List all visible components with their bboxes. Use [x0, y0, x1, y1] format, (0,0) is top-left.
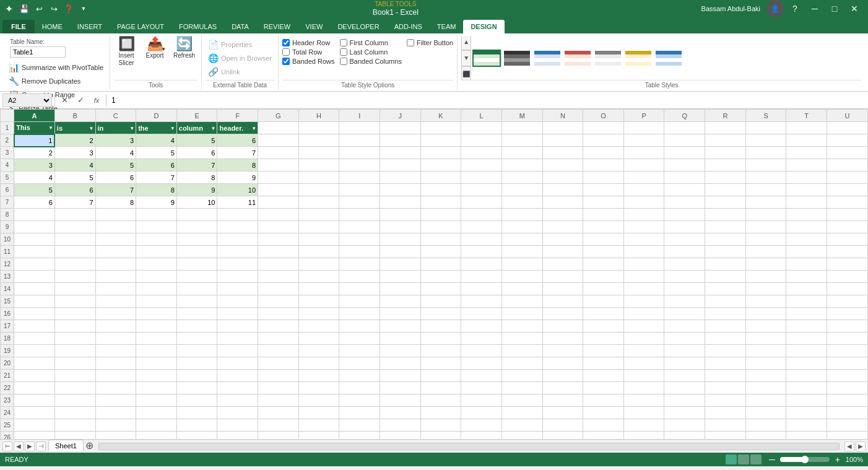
- cell-7-4[interactable]: 10: [176, 196, 217, 209]
- cell-24-19[interactable]: [786, 407, 827, 419]
- row-num-9[interactable]: 9: [1, 221, 14, 233]
- cell-17-19[interactable]: [786, 320, 827, 333]
- cell-16-12[interactable]: [501, 308, 542, 320]
- cell-22-6[interactable]: [258, 382, 299, 394]
- cell-6-6[interactable]: [258, 184, 299, 196]
- cell-10-8[interactable]: [339, 233, 380, 246]
- cell-23-0[interactable]: [14, 394, 55, 407]
- cell-21-1[interactable]: [54, 370, 95, 382]
- cell-26-12[interactable]: [501, 432, 542, 440]
- tab-addins[interactable]: ADD-INS: [387, 20, 430, 33]
- cell-15-16[interactable]: [664, 295, 705, 308]
- cell-6-15[interactable]: [623, 184, 664, 196]
- cell-10-20[interactable]: [827, 233, 868, 246]
- cell-7-20[interactable]: [827, 196, 868, 209]
- cell-20-6[interactable]: [258, 357, 299, 370]
- row-num-12[interactable]: 12: [1, 258, 14, 271]
- cell-25-16[interactable]: [664, 419, 705, 432]
- cell-13-9[interactable]: [380, 271, 420, 283]
- cell-20-8[interactable]: [339, 357, 380, 370]
- cell-7-14[interactable]: [583, 196, 624, 209]
- confirm-formula-btn[interactable]: ✓: [74, 94, 87, 107]
- cell-16-1[interactable]: [54, 308, 95, 320]
- col-header-A[interactable]: A: [14, 110, 55, 122]
- cell-7-5[interactable]: 11: [217, 196, 258, 209]
- cell-20-11[interactable]: [461, 357, 502, 370]
- cell-7-1[interactable]: 7: [54, 196, 95, 209]
- add-sheet-btn[interactable]: ⊕: [84, 440, 96, 451]
- cell-23-15[interactable]: [623, 394, 664, 407]
- cell-12-4[interactable]: [176, 258, 217, 271]
- col-header-C[interactable]: C: [95, 110, 136, 122]
- cell-16-17[interactable]: [705, 308, 746, 320]
- cell-19-15[interactable]: [623, 345, 664, 357]
- cell-15-6[interactable]: [258, 295, 299, 308]
- cell-12-13[interactable]: [542, 258, 583, 271]
- cell-17-4[interactable]: [176, 320, 217, 333]
- cell-19-13[interactable]: [542, 345, 583, 357]
- cell-24-14[interactable]: [583, 407, 624, 419]
- cell-14-10[interactable]: [420, 283, 461, 295]
- cell-1-4[interactable]: column▼: [176, 122, 217, 134]
- cell-5-6[interactable]: [258, 172, 299, 184]
- cell-12-7[interactable]: [298, 258, 339, 271]
- cell-13-20[interactable]: [827, 271, 868, 283]
- cell-11-17[interactable]: [705, 246, 746, 258]
- total-row-cb[interactable]: [282, 48, 290, 56]
- cell-22-15[interactable]: [623, 382, 664, 394]
- cell-19-5[interactable]: [217, 345, 258, 357]
- maximize-btn[interactable]: □: [826, 0, 843, 17]
- cell-25-1[interactable]: [54, 419, 95, 432]
- cell-2-11[interactable]: [461, 134, 502, 147]
- cell-24-16[interactable]: [664, 407, 705, 419]
- cell-8-8[interactable]: [339, 209, 380, 221]
- cell-11-4[interactable]: [176, 246, 217, 258]
- cell-12-18[interactable]: [745, 258, 786, 271]
- cell-14-12[interactable]: [501, 283, 542, 295]
- cell-7-15[interactable]: [623, 196, 664, 209]
- cell-8-9[interactable]: [380, 209, 420, 221]
- cell-13-17[interactable]: [705, 271, 746, 283]
- col-header-K[interactable]: K: [420, 110, 461, 122]
- cell-8-5[interactable]: [217, 209, 258, 221]
- cell-17-20[interactable]: [827, 320, 868, 333]
- cell-25-10[interactable]: [420, 419, 461, 432]
- cell-3-7[interactable]: [298, 147, 339, 159]
- row-num-13[interactable]: 13: [1, 271, 14, 283]
- cell-9-9[interactable]: [380, 221, 420, 233]
- cell-10-1[interactable]: [54, 233, 95, 246]
- col-header-J[interactable]: J: [380, 110, 420, 122]
- cell-2-17[interactable]: [705, 134, 746, 147]
- row-num-21[interactable]: 21: [1, 370, 14, 382]
- cell-1-14[interactable]: [583, 122, 624, 134]
- cell-1-2[interactable]: in▼: [95, 122, 136, 134]
- cell-9-6[interactable]: [258, 221, 299, 233]
- cell-26-9[interactable]: [380, 432, 420, 440]
- cell-15-0[interactable]: [14, 295, 55, 308]
- tab-page-layout[interactable]: PAGE LAYOUT: [110, 20, 171, 33]
- cell-8-11[interactable]: [461, 209, 502, 221]
- cell-3-13[interactable]: [542, 147, 583, 159]
- cell-16-6[interactable]: [258, 308, 299, 320]
- cell-18-16[interactable]: [664, 333, 705, 345]
- col-header-R[interactable]: R: [705, 110, 746, 122]
- cell-1-1[interactable]: is▼: [54, 122, 95, 134]
- cell-26-1[interactable]: [54, 432, 95, 440]
- cell-8-7[interactable]: [298, 209, 339, 221]
- tab-design[interactable]: DESIGN: [463, 20, 504, 33]
- cell-15-5[interactable]: [217, 295, 258, 308]
- cell-10-19[interactable]: [786, 233, 827, 246]
- cell-3-17[interactable]: [705, 147, 746, 159]
- cell-12-11[interactable]: [461, 258, 502, 271]
- cell-19-3[interactable]: [136, 345, 177, 357]
- cell-1-10[interactable]: [420, 122, 461, 134]
- tab-home[interactable]: HOME: [35, 20, 70, 33]
- cell-20-3[interactable]: [136, 357, 177, 370]
- cell-17-0[interactable]: [14, 320, 55, 333]
- cell-11-3[interactable]: [136, 246, 177, 258]
- cell-4-20[interactable]: [827, 159, 868, 172]
- cell-8-20[interactable]: [827, 209, 868, 221]
- cell-16-13[interactable]: [542, 308, 583, 320]
- cell-21-4[interactable]: [176, 370, 217, 382]
- cell-2-16[interactable]: [664, 134, 705, 147]
